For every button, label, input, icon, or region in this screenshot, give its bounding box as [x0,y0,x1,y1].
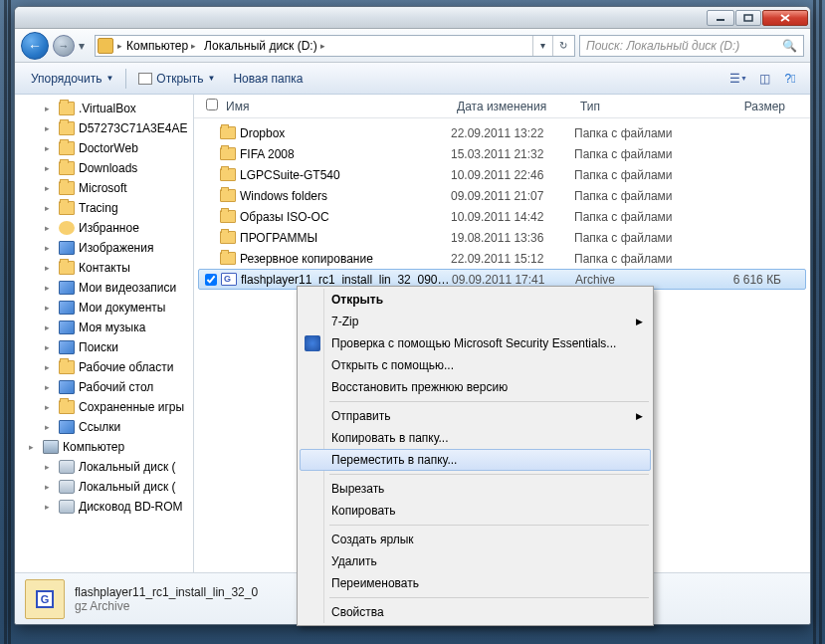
menu-item[interactable]: Проверка с помощью Microsoft Security Es… [300,332,651,354]
svg-rect-1 [744,15,752,21]
search-input[interactable]: Поиск: Локальный диск (D:) 🔍 [579,35,804,57]
menu-item[interactable]: Копировать [300,500,651,522]
open-button[interactable]: Открыть ▼ [130,68,223,90]
preview-pane-button[interactable]: ◫ [752,68,776,90]
tree-item[interactable]: ▸Контакты [15,258,193,278]
folder-icon [59,261,75,275]
tree-item[interactable]: ▸D57273C71A3E4AE [15,118,193,138]
menu-item[interactable]: Переместить в папку... [300,449,651,471]
file-type: Папка с файлами [574,231,694,245]
file-row[interactable]: Dropbox22.09.2011 13:22Папка с файлами [194,122,810,143]
tree-item[interactable]: ▸Ссылки [15,417,193,437]
file-date: 09.09.2011 21:07 [451,189,574,203]
tree-item[interactable]: ▸Рабочий стол [15,377,193,397]
file-date: 22.09.2011 13:22 [451,126,574,140]
navigation-tree[interactable]: ▸.VirtualBox▸D57273C71A3E4AE▸DoctorWeb▸D… [15,95,194,572]
menu-item[interactable]: Создать ярлык [300,529,651,550]
file-date: 09.09.2011 17:41 [452,273,575,287]
menu-item[interactable]: Открыть [300,289,651,311]
menu-separator [329,474,649,475]
maximize-button[interactable] [735,10,761,26]
file-row[interactable]: Резервное копирование22.09.2011 15:12Пап… [194,248,810,269]
row-checkbox[interactable] [205,274,217,286]
dropdown-icon[interactable]: ▾ [532,36,552,56]
tree-item[interactable]: ▸Компьютер [15,437,193,457]
menu-item[interactable]: Вырезать [300,478,651,500]
menu-item[interactable]: 7-Zip▶ [300,311,651,332]
folder-icon [220,126,236,139]
titlebar[interactable] [15,7,810,29]
menu-item[interactable]: Отправить▶ [300,405,651,427]
file-row[interactable]: FIFA 200815.03.2011 21:32Папка с файлами [194,143,810,164]
name-column[interactable]: Имя [220,100,451,113]
tree-item[interactable]: ▸DoctorWeb [15,138,193,158]
tree-item[interactable]: ▸Microsoft [15,178,193,198]
drive-icon [59,500,75,514]
checkbox-column[interactable] [200,99,220,113]
file-name: Windows folders [240,189,451,203]
type-column[interactable]: Тип [574,100,694,113]
tree-item[interactable]: ▸Downloads [15,158,193,178]
comp-icon [43,440,59,454]
tree-item[interactable]: ▸Избранное [15,218,193,238]
tree-item[interactable]: ▸Рабочие области [15,357,193,377]
back-button[interactable]: ← [21,32,49,60]
folder-icon [220,231,236,244]
tree-item[interactable]: ▸Поиски [15,337,193,357]
file-date: 15.03.2011 21:32 [451,147,574,161]
tree-item[interactable]: ▸Локальный диск ( [15,457,193,477]
file-type: Папка с файлами [574,126,694,140]
file-row[interactable]: ПРОГРАММЫ19.08.2011 13:36Папка с файлами [194,227,810,248]
menu-item[interactable]: Переименовать [300,572,651,594]
file-name: Резервное копирование [240,252,451,266]
tree-item[interactable]: ▸Моя музыка [15,318,193,337]
details-filetype: gz Archive [75,599,258,613]
tree-item[interactable]: ▸Мои видеозаписи [15,278,193,298]
help-button[interactable]: ?⃝ [778,68,802,90]
address-bar[interactable]: ▸ Компьютер▸ Локальный диск (D:)▸ ▾ ↻ [95,35,575,57]
tree-item[interactable]: ▸Изображения [15,238,193,258]
view-button[interactable]: ☰▼ [726,68,750,90]
file-type: Папка с файлами [574,252,694,266]
history-dropdown[interactable]: ▾ [79,39,91,53]
size-column[interactable]: Размер [694,100,810,113]
tree-item[interactable]: ▸.VirtualBox [15,99,193,118]
menu-separator [329,525,649,526]
forward-button[interactable]: → [53,35,75,57]
blue-icon [59,380,75,394]
file-type: Archive [575,273,695,287]
menu-item[interactable]: Свойства [300,601,651,623]
tree-item[interactable]: ▸Сохраненные игры [15,397,193,417]
breadcrumb[interactable]: Локальный диск (D:)▸ [200,39,329,53]
blue-icon [59,301,75,315]
menu-item[interactable]: Копировать в папку... [300,427,651,449]
separator [125,69,126,89]
search-placeholder: Поиск: Локальный диск (D:) [586,39,739,53]
file-row[interactable]: LGPCSuite-GT54010.09.2011 22:46Папка с ф… [194,164,810,185]
close-button[interactable] [762,10,808,26]
details-filename: flashplayer11_rc1_install_lin_32_0 [75,585,258,599]
file-name: flashplayer11_rc1_install_lin_32_090611 [241,273,452,287]
breadcrumb[interactable]: Компьютер▸ [122,39,200,53]
file-row[interactable]: Windows folders09.09.2011 21:07Папка с ф… [194,185,810,206]
organize-button[interactable]: Упорядочить ▼ [23,68,121,90]
menu-separator [329,597,649,598]
new-folder-button[interactable]: Новая папка [225,68,310,90]
tree-item[interactable]: ▸Локальный диск ( [15,477,193,497]
minimize-button[interactable] [707,10,734,26]
folder-icon [220,210,236,223]
tree-item[interactable]: ▸Мои документы [15,298,193,318]
tree-item[interactable]: ▸Tracing [15,198,193,218]
file-date: 10.09.2011 14:42 [451,210,574,224]
folder-icon [59,102,75,115]
file-row[interactable]: Образы ISO-ОС10.09.2011 14:42Папка с фай… [194,206,810,227]
file-size: 6 616 КБ [695,273,805,287]
menu-item[interactable]: Восстановить прежнюю версию [300,376,651,398]
file-name: FIFA 2008 [240,147,451,161]
tree-item[interactable]: ▸Дисковод BD-ROM [15,497,193,517]
refresh-button[interactable]: ↻ [552,36,572,56]
menu-item[interactable]: Удалить [300,550,651,572]
menu-item[interactable]: Открыть с помощью... [300,354,651,376]
date-column[interactable]: Дата изменения [451,100,574,113]
folder-icon [220,252,236,265]
